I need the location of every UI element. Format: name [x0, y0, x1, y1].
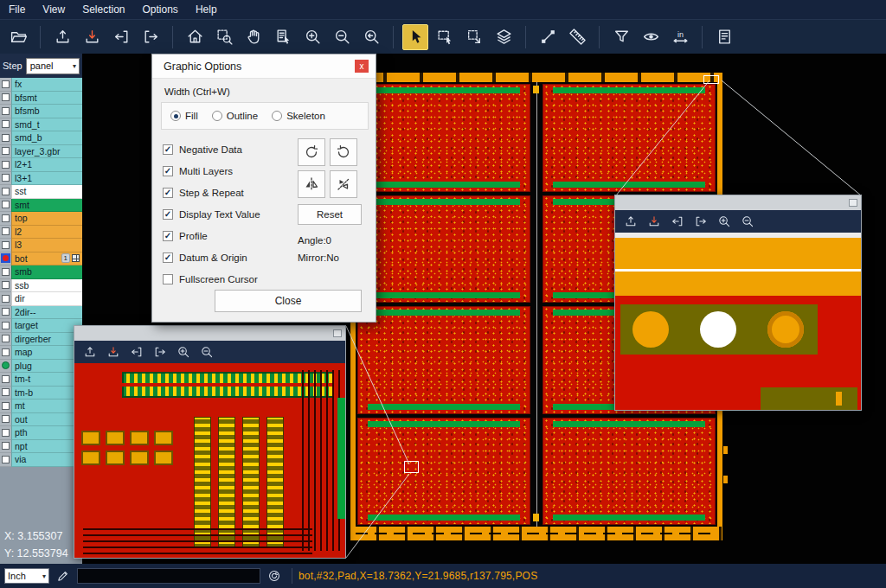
zoom-previous-button[interactable]	[358, 24, 384, 50]
load-up-button[interactable]	[49, 24, 75, 50]
checkbox-display-text-value[interactable]: ✓Display Text Value	[163, 203, 260, 225]
menu-help[interactable]: Help	[187, 0, 226, 19]
layer-row-layer_3.gbr[interactable]: layer_3.gbr	[0, 145, 82, 159]
load-left-button[interactable]	[108, 24, 134, 50]
layer-gutter[interactable]	[0, 118, 11, 132]
measure-distance-button[interactable]	[535, 24, 561, 50]
layer-visibility-checkbox[interactable]	[2, 335, 10, 342]
rotate-cw-button[interactable]	[298, 138, 325, 166]
layer-visibility-checkbox[interactable]	[2, 134, 10, 142]
zoom-out-button[interactable]	[329, 24, 355, 50]
pick-page-button[interactable]	[270, 24, 296, 50]
magnifier-view[interactable]	[74, 363, 345, 558]
layer-visibility-checkbox[interactable]	[2, 415, 10, 423]
load-down-button[interactable]	[106, 344, 121, 360]
layer-gutter[interactable]	[0, 131, 11, 145]
checkbox-profile[interactable]: ✓Profile	[163, 225, 260, 246]
flip-diagonal-button[interactable]	[330, 170, 357, 198]
layer-visibility-checkbox[interactable]	[2, 120, 10, 128]
zoom-out-button[interactable]	[199, 344, 215, 360]
layer-row-l3+1[interactable]: l3+1	[0, 172, 82, 186]
layer-gutter[interactable]	[0, 373, 11, 387]
load-left-button[interactable]	[129, 344, 144, 360]
layer-row-mt[interactable]: mt	[0, 399, 82, 413]
layer-visibility-checkbox[interactable]	[2, 147, 10, 155]
layer-gutter[interactable]	[0, 346, 11, 360]
layer-visibility-checkbox[interactable]	[2, 295, 10, 303]
load-left-button[interactable]	[670, 214, 685, 229]
window-select-button[interactable]	[432, 24, 458, 50]
select-cursor-button[interactable]	[402, 24, 428, 50]
layer-visibility-checkbox[interactable]	[2, 375, 10, 383]
unit-inch-button[interactable]: in	[667, 24, 693, 50]
layer-row-tm-b[interactable]: tm-b	[0, 387, 82, 400]
layer-row-pth[interactable]: pth	[0, 426, 82, 440]
layer-gutter[interactable]	[0, 306, 11, 320]
dialog-close-button[interactable]: x	[355, 60, 369, 73]
layer-gutter[interactable]	[0, 252, 11, 266]
load-up-button[interactable]	[623, 214, 639, 229]
layer-gutter[interactable]	[0, 212, 11, 226]
checkbox-multi-layers[interactable]: ✓Multi Layers	[163, 160, 260, 182]
layer-gutter[interactable]	[0, 239, 11, 252]
layer-row-l2[interactable]: l2	[0, 226, 82, 240]
layer-row-map[interactable]: map	[0, 346, 82, 360]
layer-gutter[interactable]	[0, 172, 11, 186]
layer-gutter[interactable]	[0, 158, 11, 172]
menu-file[interactable]: File	[0, 0, 34, 19]
menu-view[interactable]: View	[34, 0, 74, 19]
command-input[interactable]	[77, 568, 260, 584]
ruler-button[interactable]	[564, 24, 590, 50]
layer-gutter[interactable]	[0, 105, 11, 118]
layer-row-ssb[interactable]: ssb	[0, 279, 82, 293]
load-right-button[interactable]	[152, 344, 168, 360]
layer-visibility-checkbox[interactable]	[2, 107, 10, 115]
layer-gutter[interactable]	[0, 279, 11, 293]
layer-row-via[interactable]: via	[0, 453, 82, 467]
layer-row-dir[interactable]: dir	[0, 292, 82, 306]
transform-select-button[interactable]	[461, 24, 487, 50]
layer-gutter[interactable]	[0, 185, 11, 199]
layer-gutter[interactable]	[0, 78, 11, 92]
menu-selection[interactable]: Selection	[74, 0, 133, 19]
layer-gutter[interactable]	[0, 145, 11, 159]
layer-row-l2+1[interactable]: l2+1	[0, 158, 82, 172]
layer-visibility-checkbox[interactable]	[2, 214, 10, 222]
radio-outline[interactable]: Outline	[212, 111, 258, 121]
layer-gutter[interactable]	[0, 292, 11, 306]
visibility-eye-button[interactable]	[638, 24, 664, 50]
checkbox-fullscreen-cursor[interactable]: Fullscreen Cursor	[163, 268, 260, 290]
load-down-button[interactable]	[646, 214, 662, 229]
layer-visibility-checkbox[interactable]	[2, 201, 10, 208]
refresh-icon[interactable]	[266, 568, 282, 584]
layers-button[interactable]	[491, 24, 517, 50]
load-up-button[interactable]	[82, 344, 98, 360]
checkbox-datum-origin[interactable]: ✓Datum & Origin	[163, 246, 260, 268]
layer-visibility-checkbox[interactable]	[2, 281, 10, 289]
menu-options[interactable]: Options	[134, 0, 187, 19]
layer-visibility-checkbox[interactable]	[2, 241, 10, 249]
layer-gutter[interactable]	[0, 319, 11, 333]
zoom-out-button[interactable]	[740, 214, 755, 229]
flip-horizontal-button[interactable]	[298, 170, 325, 198]
layer-gutter[interactable]	[0, 360, 11, 374]
layer-row-target[interactable]: target	[0, 319, 82, 333]
layer-visibility-checkbox[interactable]	[2, 429, 10, 437]
layer-visibility-checkbox[interactable]	[2, 322, 10, 329]
layer-visibility-checkbox[interactable]	[2, 93, 10, 101]
layer-gutter[interactable]	[0, 387, 11, 400]
layer-visibility-checkbox[interactable]	[2, 227, 10, 235]
layer-gutter[interactable]	[0, 399, 11, 413]
layer-row-fx[interactable]: fx	[0, 78, 82, 92]
layer-gutter[interactable]	[0, 92, 11, 105]
layer-visibility-checkbox[interactable]	[2, 188, 10, 195]
reset-button[interactable]: Reset	[298, 204, 362, 225]
layer-row-dirgerber[interactable]: dirgerber	[0, 333, 82, 347]
layer-row-smd_b[interactable]: smd_b	[0, 131, 82, 145]
layer-visibility-checkbox[interactable]	[2, 268, 10, 276]
layer-gutter[interactable]	[0, 265, 11, 279]
layer-gutter[interactable]	[0, 440, 11, 454]
layer-visibility-checkbox[interactable]	[2, 80, 10, 88]
window-box-icon[interactable]	[849, 199, 857, 207]
load-right-button[interactable]	[693, 214, 709, 229]
